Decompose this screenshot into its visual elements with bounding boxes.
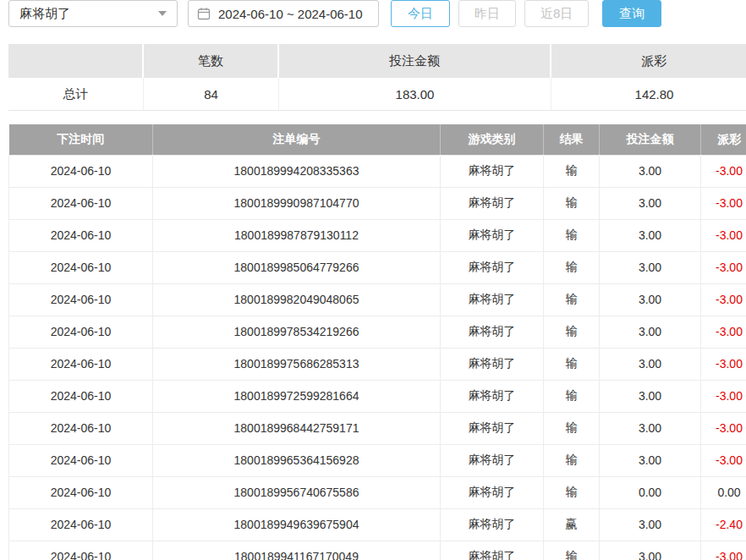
- date-range-input[interactable]: 2024-06-10 ~ 2024-06-10: [188, 0, 379, 27]
- table-row: 2024-06-101800189972599281664麻将胡了输3.00-3…: [9, 380, 746, 412]
- game-type-cell: 麻将胡了: [441, 476, 544, 508]
- order-number-cell: 1800189978534219266: [153, 316, 441, 348]
- table-row: 2024-06-101800189990987104770麻将胡了输3.00-3…: [9, 187, 746, 219]
- header-payout: 派彩: [701, 124, 746, 155]
- bet-amount-cell: 3.00: [600, 541, 701, 560]
- table-row: 2024-06-101800189949639675904麻将胡了赢3.00-2…: [9, 508, 746, 541]
- header-result: 结果: [544, 124, 600, 155]
- result-cell: 输: [544, 187, 600, 219]
- bet-table-body: 2024-06-101800189994208335363麻将胡了输3.00-3…: [9, 155, 746, 560]
- order-number-cell: 1800189968442759171: [153, 412, 441, 444]
- game-type-cell: 麻将胡了: [441, 219, 544, 251]
- summary-header-blank: [8, 44, 144, 78]
- order-number-cell: 1800189956740675586: [153, 476, 441, 508]
- payout-cell: -3.00: [701, 444, 746, 476]
- filter-toolbar: 麻将胡了 2024-06-10 ~ 2024-06-10 今日 昨日 近8日 查…: [0, 0, 746, 27]
- bet-amount-cell: 3.00: [600, 508, 701, 541]
- game-type-cell: 麻将胡了: [441, 541, 544, 560]
- result-cell: 输: [544, 283, 600, 316]
- bet-table: 下注时间 注单编号 游戏类别 结果 投注金额 派彩 2024-06-101800…: [8, 124, 746, 560]
- bet-time-cell: 2024-06-10: [9, 316, 153, 348]
- bet-amount-cell: 3.00: [600, 155, 701, 187]
- bet-amount-cell: 3.00: [600, 283, 701, 316]
- game-select[interactable]: 麻将胡了: [8, 0, 178, 27]
- result-cell: 输: [544, 251, 600, 283]
- order-number-cell: 1800189965364156928: [153, 444, 441, 476]
- payout-cell: -3.00: [701, 251, 746, 283]
- result-cell: 赢: [544, 508, 600, 541]
- table-row: 2024-06-101800189985064779266麻将胡了输3.00-3…: [9, 251, 746, 283]
- table-row: 2024-06-101800189968442759171麻将胡了输3.00-3…: [9, 412, 746, 444]
- table-row: 2024-06-101800189978534219266麻将胡了输3.00-3…: [9, 316, 746, 348]
- table-row: 2024-06-101800189975686285313麻将胡了输3.00-3…: [9, 348, 746, 380]
- game-type-cell: 麻将胡了: [441, 444, 544, 476]
- summary-header-row: 笔数 投注金额 派彩: [8, 44, 746, 78]
- table-row: 2024-06-101800189956740675586麻将胡了输0.000.…: [9, 476, 746, 508]
- payout-cell: -3.00: [701, 541, 746, 560]
- header-bet-time: 下注时间: [9, 124, 153, 155]
- result-cell: 输: [544, 316, 600, 348]
- last8days-button[interactable]: 近8日: [524, 0, 589, 27]
- summary-table: 笔数 投注金额 派彩 总计 84 183.00 142.80: [8, 44, 746, 111]
- bet-amount-cell: 3.00: [600, 380, 701, 412]
- date-range-value: 2024-06-10 ~ 2024-06-10: [218, 7, 363, 21]
- summary-header-count: 笔数: [144, 44, 279, 78]
- game-select-value: 麻将胡了: [19, 6, 70, 22]
- table-row: 2024-06-101800189987879130112麻将胡了输3.00-3…: [9, 219, 746, 251]
- bet-time-cell: 2024-06-10: [9, 380, 153, 412]
- bet-amount-cell: 3.00: [600, 251, 701, 283]
- result-cell: 输: [544, 444, 600, 476]
- order-number-cell: 1800189990987104770: [153, 187, 441, 219]
- summary-header-payout: 派彩: [551, 44, 746, 78]
- game-type-cell: 麻将胡了: [441, 348, 544, 380]
- bet-amount-cell: 3.00: [600, 444, 701, 476]
- payout-cell: -3.00: [701, 155, 746, 187]
- summary-total-row: 总计 84 183.00 142.80: [8, 78, 746, 111]
- summary-header-bet-amount: 投注金额: [279, 44, 551, 78]
- result-cell: 输: [544, 412, 600, 444]
- result-cell: 输: [544, 380, 600, 412]
- game-type-cell: 麻将胡了: [441, 316, 544, 348]
- payout-cell: -3.00: [701, 187, 746, 219]
- bet-time-cell: 2024-06-10: [9, 187, 153, 219]
- game-type-cell: 麻将胡了: [441, 187, 544, 219]
- payout-cell: -3.00: [701, 380, 746, 412]
- bet-amount-cell: 3.00: [600, 348, 701, 380]
- table-row: 2024-06-101800189994208335363麻将胡了输3.00-3…: [9, 155, 746, 187]
- bet-time-cell: 2024-06-10: [9, 412, 153, 444]
- result-cell: 输: [544, 348, 600, 380]
- order-number-cell: 1800189994208335363: [153, 155, 441, 187]
- bet-time-cell: 2024-06-10: [9, 155, 153, 187]
- summary-total-payout: 142.80: [551, 78, 746, 111]
- payout-cell: -3.00: [701, 412, 746, 444]
- order-number-cell: 1800189972599281664: [153, 380, 441, 412]
- payout-cell: 0.00: [701, 476, 746, 508]
- bet-time-cell: 2024-06-10: [9, 348, 153, 380]
- table-row: 2024-06-101800189965364156928麻将胡了输3.00-3…: [9, 444, 746, 476]
- result-cell: 输: [544, 476, 600, 508]
- bet-table-header-row: 下注时间 注单编号 游戏类别 结果 投注金额 派彩: [9, 124, 746, 155]
- summary-total-bet-amount: 183.00: [279, 78, 551, 111]
- bet-amount-cell: 3.00: [600, 412, 701, 444]
- header-game-type: 游戏类别: [441, 124, 544, 155]
- query-button[interactable]: 查询: [602, 0, 661, 27]
- bet-time-cell: 2024-06-10: [9, 283, 153, 316]
- order-number-cell: 1800189975686285313: [153, 348, 441, 380]
- today-button[interactable]: 今日: [391, 0, 450, 27]
- calendar-icon: [197, 7, 211, 20]
- header-order-number: 注单编号: [153, 124, 441, 155]
- order-number-cell: 1800189982049048065: [153, 283, 441, 316]
- game-type-cell: 麻将胡了: [441, 508, 544, 541]
- bet-amount-cell: 3.00: [600, 187, 701, 219]
- result-cell: 输: [544, 155, 600, 187]
- summary-total-count: 84: [144, 78, 279, 111]
- payout-cell: -3.00: [701, 219, 746, 251]
- bet-time-cell: 2024-06-10: [9, 541, 153, 560]
- result-cell: 输: [544, 219, 600, 251]
- order-number-cell: 1800189941167170049: [153, 541, 441, 560]
- table-row: 2024-06-101800189941167170049麻将胡了输3.00-3…: [9, 541, 746, 560]
- bet-amount-cell: 0.00: [600, 476, 701, 508]
- chevron-down-icon: [158, 11, 167, 16]
- bet-time-cell: 2024-06-10: [9, 476, 153, 508]
- yesterday-button[interactable]: 昨日: [458, 0, 516, 27]
